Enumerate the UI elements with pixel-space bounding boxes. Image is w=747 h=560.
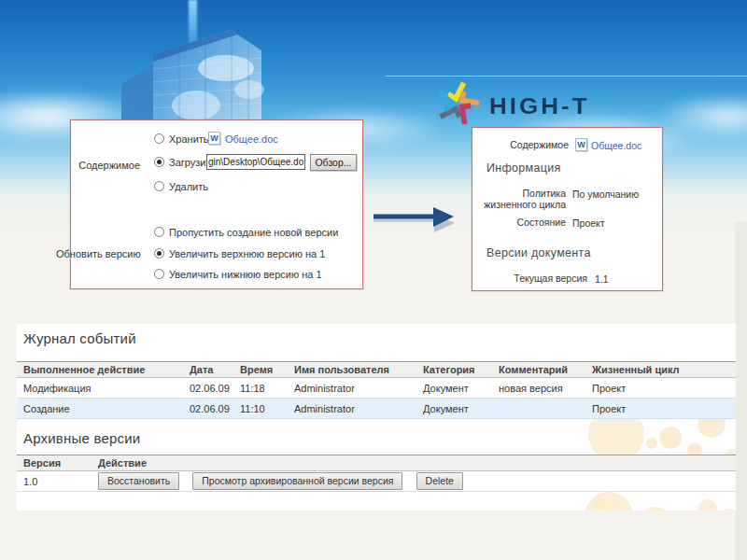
cell-date: 02.06.09: [183, 378, 233, 399]
view-archived-version-button[interactable]: Просмотр архивированной версии версия: [192, 472, 402, 490]
cell-time: 11:18: [233, 378, 288, 399]
bubble-decoration: [698, 499, 717, 511]
browse-button[interactable]: Обзор...: [310, 154, 357, 171]
divider-line: [386, 76, 747, 77]
current-version-value: 1.1: [595, 273, 609, 285]
skip-version-radio[interactable]: [154, 227, 164, 237]
transition-arrow: [368, 203, 459, 235]
cell-actions: Восстановить Просмотр архивированной вер…: [92, 471, 736, 492]
archive-versions-title: Архивные версии: [23, 430, 140, 446]
major-version-label: Увеличить верхнюю версию на 1: [169, 248, 325, 259]
cell-lifecycle: Проект: [585, 399, 736, 419]
delete-radio[interactable]: [154, 181, 164, 191]
word-doc-icon: W: [575, 138, 587, 151]
restore-button[interactable]: Восстановить: [98, 472, 179, 490]
minor-version-radio[interactable]: [154, 269, 164, 279]
cell-date: 02.06.09: [183, 399, 233, 419]
edit-content-dialog: Содержимое Хранить W Общее.doc Загрузить…: [70, 119, 363, 289]
current-version-label: Текущая версия: [494, 273, 587, 285]
col-action: Выполненное действие: [17, 362, 183, 378]
company-logo: HIGH-T: [435, 78, 590, 129]
skip-version-row: Пропустить создание новой версии: [71, 226, 360, 241]
policy-value: По умолчанию: [572, 189, 639, 200]
bubble-decoration: [646, 438, 657, 449]
delete-option-row: Удалить: [71, 180, 360, 195]
major-version-radio[interactable]: [154, 248, 164, 259]
versions-heading: Версии документа: [486, 246, 591, 259]
logo-text: HIGH-T: [489, 92, 590, 119]
keep-option-label: Хранить: [169, 133, 209, 145]
major-version-row: Увеличить верхнюю версию на 1: [71, 247, 360, 262]
cell-version: 1.0: [17, 471, 92, 492]
cell-comment: новая версия: [492, 378, 585, 399]
content-label: Содержимое: [485, 140, 569, 151]
state-label: Состояние: [472, 217, 566, 229]
bubble-decoration: [641, 507, 670, 511]
content-panel: Журнал событий Выполненное действие Дата…: [17, 324, 736, 511]
cell-time: 11:10: [233, 399, 288, 419]
event-log-header-row: Выполненное действие Дата Время Имя поль…: [17, 362, 736, 378]
cell-lifecycle: Проект: [585, 378, 736, 399]
keep-doc-link[interactable]: Общее.doc: [225, 133, 278, 145]
col-category: Категория: [416, 362, 492, 378]
delete-option-label: Удалить: [169, 181, 208, 192]
table-row: Модификация 02.06.09 11:18 Administrator…: [17, 378, 736, 399]
keep-radio[interactable]: [154, 133, 164, 144]
policy-label: Политика жизненного цикла: [472, 189, 566, 210]
col-lifecycle: Жизненный цикл: [585, 362, 736, 378]
event-log-table: Выполненное действие Дата Время Имя поль…: [17, 361, 736, 419]
info-heading: Информация: [486, 161, 561, 175]
logo-star-icon: [435, 78, 480, 129]
bubble-decoration: [659, 427, 682, 449]
cell-action: Модификация: [17, 378, 183, 399]
keep-option-row: Хранить W Общее.doc: [71, 133, 360, 147]
upload-path-input[interactable]: [206, 154, 305, 170]
delete-button[interactable]: Delete: [416, 472, 463, 490]
cell-category: Документ: [416, 399, 492, 419]
table-row: 1.0 Восстановить Просмотр архивированной…: [17, 471, 736, 492]
skip-version-label: Пропустить создание новой версии: [169, 227, 338, 238]
slide: { "logo": { "text": "HIGH-T" }, "dialog_…: [0, 0, 747, 560]
cell-comment: [492, 399, 585, 419]
col-actions: Действие: [92, 455, 736, 471]
upload-radio[interactable]: [154, 157, 164, 167]
cell-user: Administrator: [288, 378, 416, 399]
col-user: Имя пользователя: [288, 362, 416, 378]
bubble-decoration: [592, 497, 605, 511]
archive-header-row: Версия Действие: [17, 455, 736, 471]
col-time: Время: [233, 362, 288, 378]
skyscraper-image: [114, 17, 287, 131]
cell-user: Administrator: [288, 399, 416, 419]
minor-version-label: Увеличить нижнюю версию на 1: [169, 269, 322, 280]
col-version: Версия: [17, 455, 92, 471]
state-value: Проект: [572, 217, 605, 229]
bubble-decoration: [719, 509, 736, 511]
slide-edge-strip: [735, 222, 747, 560]
word-doc-icon: W: [208, 132, 220, 145]
col-date: Дата: [183, 362, 233, 378]
table-row: Создание 02.06.09 11:10 Administrator До…: [17, 399, 736, 419]
cell-action: Создание: [17, 399, 183, 419]
event-log-title: Журнал событий: [23, 330, 136, 346]
upload-option-row: Загрузить Обзор...: [71, 156, 360, 171]
document-info-dialog: Содержимое W Общее.doc Информация Полити…: [472, 127, 663, 291]
minor-version-row: Увеличить нижнюю версию на 1: [71, 268, 360, 283]
col-comment: Комментарий: [492, 362, 585, 378]
cell-category: Документ: [416, 378, 492, 399]
doc-link[interactable]: Общее.doc: [591, 140, 641, 151]
archive-versions-table: Версия Действие 1.0 Восстановить Просмот…: [17, 455, 736, 492]
